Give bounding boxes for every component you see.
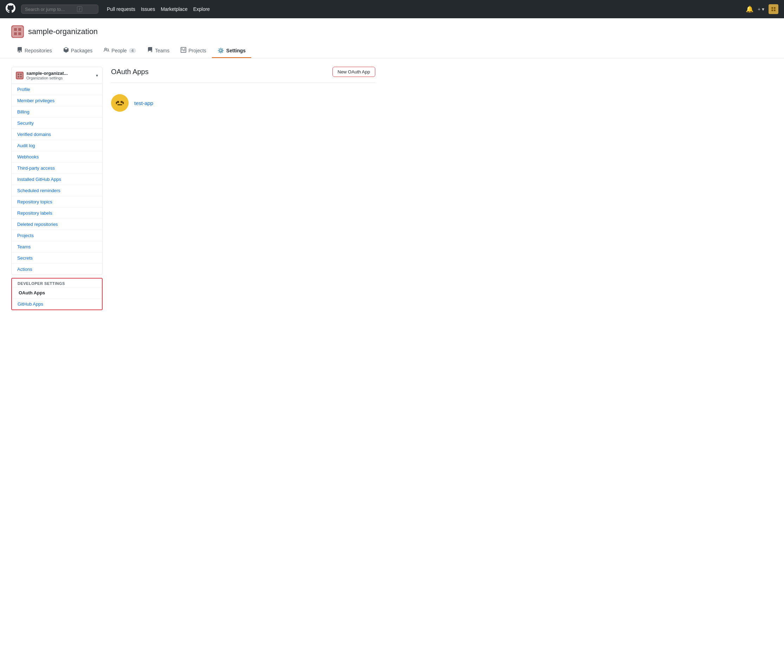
svg-rect-19 [116, 102, 117, 104]
org-switcher[interactable]: sample-organizat... Organization setting… [11, 67, 103, 84]
sidebar-item-member-privileges[interactable]: Member privileges [12, 95, 102, 106]
pull-requests-link[interactable]: Pull requests [107, 6, 135, 12]
svg-rect-14 [20, 76, 22, 78]
chevron-down-icon: ▾ [96, 73, 98, 78]
sidebar-org-name: sample-organizat... [26, 71, 68, 76]
sidebar-item-deleted-repositories[interactable]: Deleted repositories [12, 219, 102, 230]
svg-rect-18 [117, 104, 122, 105]
svg-rect-20 [123, 102, 124, 104]
org-name: sample-organization [28, 27, 98, 36]
projects-icon [180, 47, 186, 54]
sidebar-item-third-party-access[interactable]: Third-party access [12, 163, 102, 174]
sidebar: sample-organizat... Organization setting… [11, 67, 103, 310]
developer-settings-label: Developer settings [12, 279, 102, 287]
app-name-link[interactable]: test-app [134, 100, 153, 106]
issues-link[interactable]: Issues [141, 6, 155, 12]
sidebar-item-billing[interactable]: Billing [12, 106, 102, 118]
sidebar-org-sub: Organization settings [26, 76, 68, 80]
topnav-right: 🔔 + ▾ [746, 4, 778, 14]
notifications-icon[interactable]: 🔔 [746, 5, 753, 13]
svg-point-15 [114, 96, 126, 109]
tab-teams[interactable]: Teams [142, 43, 175, 58]
tab-projects[interactable]: Projects [175, 43, 212, 58]
sidebar-nav: Profile Member privileges Billing Securi… [11, 84, 103, 275]
avatar[interactable] [768, 4, 778, 14]
new-oauth-app-button[interactable]: New OAuth App [333, 67, 376, 77]
people-badge: 4 [129, 48, 136, 53]
sidebar-item-profile[interactable]: Profile [12, 84, 102, 95]
sidebar-item-scheduled-reminders[interactable]: Scheduled reminders [12, 185, 102, 196]
svg-rect-7 [18, 28, 21, 31]
page-layout: sample-organizat... Organization setting… [0, 58, 387, 319]
app-item: test-app [111, 88, 375, 117]
sidebar-item-github-apps[interactable]: GitHub Apps [12, 299, 102, 309]
sidebar-item-repository-labels[interactable]: Repository labels [12, 208, 102, 219]
org-avatar [11, 25, 24, 38]
sidebar-item-audit-log[interactable]: Audit log [12, 140, 102, 151]
sidebar-item-installed-github-apps[interactable]: Installed GitHub Apps [12, 174, 102, 185]
page-title: OAuth Apps [111, 68, 149, 76]
svg-rect-4 [774, 9, 776, 11]
teams-icon [147, 47, 153, 54]
repo-icon [17, 47, 22, 54]
gear-icon: ⚙️ [218, 47, 224, 54]
tab-settings[interactable]: ⚙️ Settings [212, 43, 251, 58]
topnav: / Pull requests Issues Marketplace Explo… [0, 0, 784, 18]
search-input[interactable] [25, 7, 74, 12]
svg-rect-8 [14, 32, 17, 35]
svg-rect-6 [14, 28, 17, 31]
sidebar-org-avatar [16, 71, 23, 79]
svg-rect-2 [774, 7, 776, 9]
sidebar-item-security[interactable]: Security [12, 118, 102, 129]
main-header: OAuth Apps New OAuth App [111, 67, 375, 83]
svg-rect-5 [12, 26, 23, 37]
sidebar-item-verified-domains[interactable]: Verified domains [12, 129, 102, 140]
svg-rect-16 [117, 101, 119, 103]
svg-rect-1 [772, 7, 773, 9]
org-tabs: Repositories Packages People 4 Teams Pro… [11, 43, 773, 58]
marketplace-link[interactable]: Marketplace [160, 6, 187, 12]
svg-rect-17 [121, 101, 123, 103]
main-content: OAuth Apps New OAuth App test-app [111, 67, 375, 310]
sidebar-item-teams[interactable]: Teams [12, 241, 102, 253]
pkg-icon [63, 47, 69, 54]
sidebar-item-projects[interactable]: Projects [12, 230, 102, 241]
sidebar-item-secrets[interactable]: Secrets [12, 253, 102, 264]
people-icon [104, 47, 109, 54]
sidebar-item-actions[interactable]: Actions [12, 264, 102, 275]
tab-repositories[interactable]: Repositories [11, 43, 58, 58]
svg-rect-12 [20, 73, 22, 75]
svg-rect-11 [17, 73, 19, 75]
app-avatar [111, 94, 129, 112]
explore-link[interactable]: Explore [193, 6, 210, 12]
search-box[interactable]: / [21, 5, 98, 14]
svg-rect-9 [18, 32, 21, 35]
sidebar-item-webhooks[interactable]: Webhooks [12, 151, 102, 163]
sidebar-item-repository-topics[interactable]: Repository topics [12, 196, 102, 208]
tab-packages[interactable]: Packages [58, 43, 98, 58]
developer-settings-group: Developer settings OAuth Apps GitHub App… [11, 278, 103, 310]
github-logo-icon[interactable] [6, 3, 16, 15]
sidebar-item-oauth-apps[interactable]: OAuth Apps [12, 287, 102, 299]
svg-rect-13 [17, 76, 19, 78]
slash-key: / [77, 6, 82, 12]
svg-rect-3 [772, 9, 773, 11]
tab-people[interactable]: People 4 [98, 43, 142, 58]
topnav-links: Pull requests Issues Marketplace Explore [107, 6, 210, 12]
org-header: sample-organization Repositories Package… [0, 18, 784, 58]
plus-icon[interactable]: + ▾ [758, 6, 764, 12]
